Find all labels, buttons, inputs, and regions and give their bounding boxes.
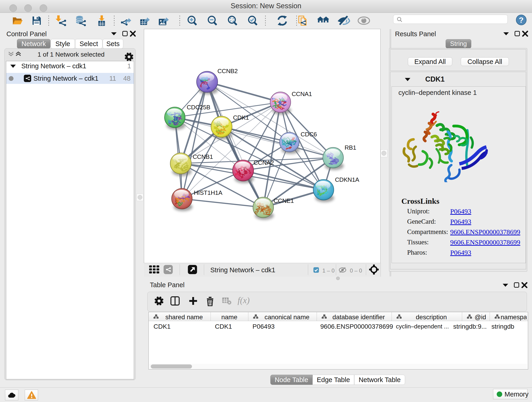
svg-text:CCNA1: CCNA1 — [292, 90, 312, 97]
svg-text:CDKN1A: CDKN1A — [335, 176, 359, 183]
svg-text:CCNB2: CCNB2 — [217, 68, 238, 75]
svg-text:HIST1H1A: HIST1H1A — [194, 189, 222, 196]
svg-text:RB1: RB1 — [345, 144, 356, 151]
svg-text:CDK1: CDK1 — [233, 114, 249, 121]
svg-text:CCNE1: CCNE1 — [273, 197, 294, 204]
svg-text:CDC25B: CDC25B — [187, 104, 210, 111]
svg-text:CCNB1: CCNB1 — [193, 153, 213, 160]
svg-text:CCNA2: CCNA2 — [254, 159, 274, 166]
svg-text:CDC6: CDC6 — [301, 131, 317, 138]
